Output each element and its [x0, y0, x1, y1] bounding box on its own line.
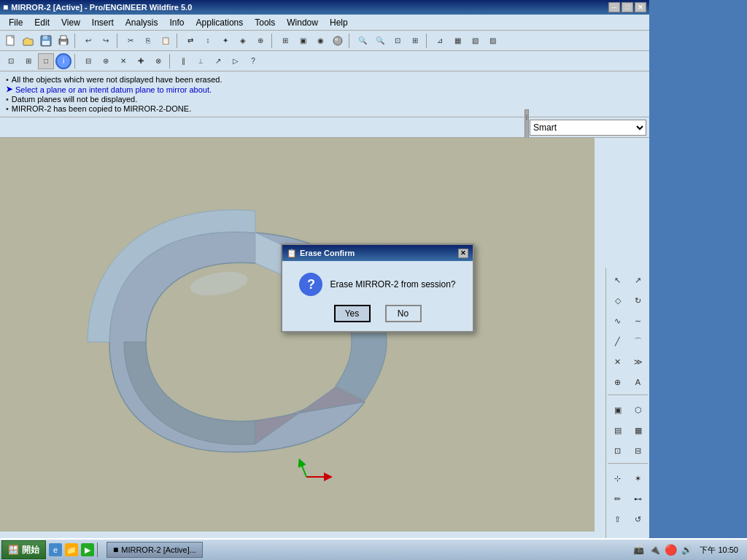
taskbar-media-icon[interactable]: ▶: [81, 543, 94, 556]
zoom-out[interactable]: 🔍: [372, 33, 388, 49]
tb2-11[interactable]: ⟂: [193, 53, 209, 69]
rt-curve[interactable]: ∿: [608, 311, 627, 330]
menu-file[interactable]: File: [3, 16, 28, 29]
zoom-window[interactable]: ⊞: [407, 33, 423, 49]
tool-5[interactable]: ⊕: [252, 33, 268, 49]
rt-asm[interactable]: ▦: [629, 421, 648, 440]
zoom-in[interactable]: 🔍: [355, 33, 371, 49]
menu-applications[interactable]: Applications: [190, 16, 249, 29]
rt-text[interactable]: A: [629, 373, 648, 392]
rt-move[interactable]: ◇: [608, 291, 627, 310]
tb2-1[interactable]: ⊡: [3, 53, 19, 69]
tb2-6[interactable]: ⊛: [98, 53, 114, 69]
tb2-12[interactable]: ↗: [210, 53, 226, 69]
rt-feature2[interactable]: ✶: [629, 469, 648, 488]
rt-dim[interactable]: ⊕: [608, 373, 627, 392]
rt-arrows[interactable]: ≫: [629, 352, 648, 371]
rt-mirror[interactable]: ⊟: [629, 441, 648, 460]
rt-model[interactable]: ⬡: [629, 400, 648, 419]
tool-4[interactable]: ◈: [235, 33, 251, 49]
rt-select[interactable]: ↖: [608, 271, 627, 289]
toolbar-separator-5: [349, 34, 352, 48]
orient-4[interactable]: ▨: [484, 33, 500, 49]
menu-view[interactable]: View: [55, 16, 86, 29]
yes-button[interactable]: Yes: [334, 305, 371, 322]
rt-row-8: ▤ ▦: [608, 421, 648, 440]
new-button[interactable]: [3, 33, 19, 49]
orient-3[interactable]: ▧: [467, 33, 483, 49]
menu-edit[interactable]: Edit: [28, 16, 55, 29]
menu-window[interactable]: Window: [281, 16, 324, 29]
rt-extrude[interactable]: ⇧: [608, 510, 627, 529]
rt-part[interactable]: ▤: [608, 421, 627, 440]
tb2-10[interactable]: ∥: [175, 53, 191, 69]
tb2-14[interactable]: ?: [245, 53, 261, 69]
copy-button[interactable]: ⎘: [140, 33, 156, 49]
taskbar-explore-icon[interactable]: 📁: [65, 543, 78, 556]
menu-help[interactable]: Help: [324, 16, 354, 29]
bullet-1: •: [6, 75, 9, 84]
orient-2[interactable]: ▦: [449, 33, 465, 49]
rt-sketch[interactable]: ✏: [608, 489, 627, 508]
open-button[interactable]: [20, 33, 36, 49]
menu-insert[interactable]: Insert: [86, 16, 120, 29]
tray-printer-icon[interactable]: 📠: [632, 544, 644, 556]
tb2-13[interactable]: ▷: [228, 53, 244, 69]
start-button[interactable]: 🪟 開始: [1, 540, 46, 559]
smart-bar: Smart Geometry Quilts Features Datums: [0, 117, 649, 138]
menu-info[interactable]: Info: [164, 16, 190, 29]
rt-spline[interactable]: ∼: [629, 311, 648, 330]
tray-icon-4[interactable]: 🔊: [681, 544, 692, 556]
tb2-9[interactable]: ⊗: [150, 53, 166, 69]
tray-antivirus-icon[interactable]: 🔴: [665, 544, 676, 556]
dialog-close-button[interactable]: ✕: [458, 249, 468, 258]
tool-3[interactable]: ✦: [217, 33, 233, 49]
dialog-buttons: Yes No: [334, 305, 422, 322]
tool-1[interactable]: ⇄: [182, 33, 198, 49]
paste-button[interactable]: 📋: [158, 33, 174, 49]
rt-layer[interactable]: ▣: [608, 400, 627, 419]
tb2-4[interactable]: i: [55, 53, 71, 69]
maximize-button[interactable]: □: [622, 2, 633, 12]
taskbar-ie-icon[interactable]: e: [49, 543, 62, 556]
rt-feature1[interactable]: ⊹: [608, 469, 627, 488]
app-icon: ■: [3, 2, 8, 12]
tb2-8[interactable]: ✚: [133, 53, 149, 69]
menu-tools[interactable]: Tools: [249, 16, 281, 29]
cut-button[interactable]: ✂: [123, 33, 139, 49]
zoom-fit[interactable]: ⊡: [390, 33, 406, 49]
viewport[interactable]: 📋 Erase Confirm ✕ ? Erase MIRROR-2 from …: [0, 138, 595, 532]
minimize-button[interactable]: ─: [608, 2, 620, 12]
view-tool-1[interactable]: ⊞: [277, 33, 293, 49]
tb2-2[interactable]: ⊞: [20, 53, 36, 69]
rt-query[interactable]: ↗: [629, 271, 648, 289]
print-button[interactable]: [55, 33, 71, 49]
rt-arc[interactable]: ⌒: [629, 332, 648, 351]
menu-analysis[interactable]: Analysis: [120, 16, 164, 29]
tb2-5[interactable]: ⊟: [80, 53, 96, 69]
rt-copy[interactable]: ⊡: [608, 441, 627, 460]
toolbar-separator-2: [117, 34, 120, 48]
undo-button[interactable]: ↩: [80, 33, 96, 49]
redo-button[interactable]: ↪: [98, 33, 114, 49]
render-button[interactable]: [330, 33, 346, 49]
no-button[interactable]: No: [385, 305, 422, 322]
taskbar-app-button[interactable]: ■ MIRROR-2 [Active]...: [107, 542, 203, 558]
tool-2[interactable]: ↕: [200, 33, 216, 49]
tb2-7[interactable]: ✕: [115, 53, 131, 69]
tb2-3[interactable]: □: [38, 53, 54, 69]
rt-datum[interactable]: ⊷: [629, 489, 648, 508]
rt-rotate[interactable]: ↻: [629, 291, 648, 310]
close-button[interactable]: ✕: [635, 2, 646, 12]
tray-network-icon[interactable]: 🔌: [649, 544, 660, 556]
save-button[interactable]: [38, 33, 54, 49]
orient-1[interactable]: ⊿: [432, 33, 448, 49]
rt-line[interactable]: ╱: [608, 332, 627, 351]
view-tool-3[interactable]: ◉: [312, 33, 328, 49]
rt-x[interactable]: ✕: [608, 352, 627, 371]
smart-select[interactable]: Smart Geometry Quilts Features Datums: [530, 120, 646, 136]
erase-confirm-dialog: 📋 Erase Confirm ✕ ? Erase MIRROR-2 from …: [281, 244, 474, 332]
rt-revolve[interactable]: ↺: [629, 510, 648, 529]
view-tool-2[interactable]: ▣: [295, 33, 311, 49]
svg-point-11: [333, 36, 342, 45]
